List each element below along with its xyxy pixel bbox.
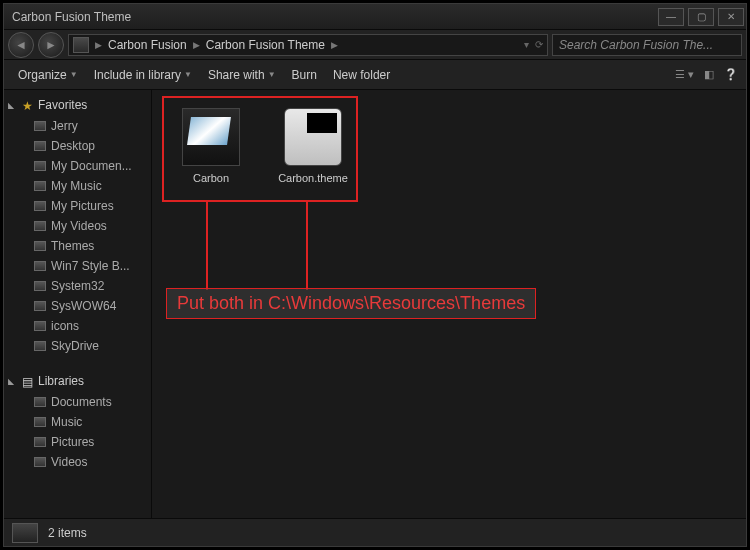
- sidebar-item[interactable]: Jerry: [4, 116, 151, 136]
- chevron-right-icon[interactable]: ▶: [93, 40, 104, 50]
- burn-button[interactable]: Burn: [286, 64, 323, 86]
- sidebar-item[interactable]: Videos: [4, 452, 151, 472]
- chevron-right-icon[interactable]: ▶: [191, 40, 202, 50]
- sidebar-item[interactable]: SkyDrive: [4, 336, 151, 356]
- sidebar-item[interactable]: Win7 Style B...: [4, 256, 151, 276]
- sidebar-group-favorites[interactable]: ◣ ★ Favorites: [4, 94, 151, 116]
- chevron-down-icon: ▼: [268, 70, 276, 79]
- sidebar-item-label: Jerry: [51, 119, 78, 133]
- titlebar: Carbon Fusion Theme — ▢ ✕: [4, 4, 746, 30]
- help-icon[interactable]: ❔: [724, 68, 738, 81]
- folder-icon: [34, 141, 46, 151]
- library-icon: [34, 457, 46, 467]
- sidebar-item-label: icons: [51, 319, 79, 333]
- status-bar: 2 items: [4, 518, 746, 546]
- sidebar-item-label: Videos: [51, 455, 87, 469]
- libraries-icon: ▤: [22, 375, 34, 387]
- sidebar-item[interactable]: System32: [4, 276, 151, 296]
- folder-icon: [34, 201, 46, 211]
- navigation-pane: ◣ ★ Favorites JerryDesktopMy Documen...M…: [4, 90, 152, 518]
- share-with-button[interactable]: Share with▼: [202, 64, 282, 86]
- sidebar-item[interactable]: My Documen...: [4, 156, 151, 176]
- folder-icon: [34, 281, 46, 291]
- include-in-library-button[interactable]: Include in library▼: [88, 64, 198, 86]
- file-item[interactable]: Carbon: [174, 108, 248, 184]
- library-icon: [34, 397, 46, 407]
- folder-icon: [34, 341, 46, 351]
- annotation-line: [306, 202, 308, 290]
- sidebar-item-label: Win7 Style B...: [51, 259, 130, 273]
- file-item[interactable]: Carbon.theme: [276, 108, 350, 184]
- sidebar-group-libraries[interactable]: ◣ ▤ Libraries: [4, 370, 151, 392]
- sidebar-item-label: My Videos: [51, 219, 107, 233]
- sidebar-item[interactable]: Themes: [4, 236, 151, 256]
- breadcrumb-segment[interactable]: Carbon Fusion: [104, 38, 191, 52]
- address-bar[interactable]: ▶ Carbon Fusion ▶ Carbon Fusion Theme ▶ …: [68, 34, 548, 56]
- sidebar-item[interactable]: Documents: [4, 392, 151, 412]
- body: ◣ ★ Favorites JerryDesktopMy Documen...M…: [4, 90, 746, 518]
- sidebar-item[interactable]: icons: [4, 316, 151, 336]
- organize-button[interactable]: Organize▼: [12, 64, 84, 86]
- file-label: Carbon.theme: [276, 172, 350, 184]
- annotation-label: Put both in C:\Windows\Resources\Themes: [166, 288, 536, 319]
- collapse-icon: ◣: [8, 101, 18, 110]
- folder-icon: [34, 121, 46, 131]
- search-input[interactable]: Search Carbon Fusion The...: [552, 34, 742, 56]
- folder-thumbnail-icon: [182, 108, 240, 166]
- sidebar-item-label: Themes: [51, 239, 94, 253]
- sidebar-item-label: Music: [51, 415, 82, 429]
- sidebar-item[interactable]: My Music: [4, 176, 151, 196]
- file-pane[interactable]: CarbonCarbon.theme Put both in C:\Window…: [152, 90, 746, 518]
- window-controls: — ▢ ✕: [656, 8, 746, 26]
- maximize-button[interactable]: ▢: [688, 8, 714, 26]
- forward-button[interactable]: ►: [38, 32, 64, 58]
- sidebar-item-label: Desktop: [51, 139, 95, 153]
- sidebar-item-label: My Pictures: [51, 199, 114, 213]
- sidebar-item-label: SysWOW64: [51, 299, 116, 313]
- address-row: ◄ ► ▶ Carbon Fusion ▶ Carbon Fusion Them…: [4, 30, 746, 60]
- sidebar-item[interactable]: Desktop: [4, 136, 151, 156]
- folder-icon: [34, 301, 46, 311]
- chevron-right-icon[interactable]: ▶: [329, 40, 340, 50]
- annotation-line: [206, 202, 208, 290]
- collapse-icon: ◣: [8, 377, 18, 386]
- explorer-window: Carbon Fusion Theme — ▢ ✕ ◄ ► ▶ Carbon F…: [3, 3, 747, 547]
- folder-icon: [34, 221, 46, 231]
- sidebar-item-label: My Documen...: [51, 159, 132, 173]
- back-button[interactable]: ◄: [8, 32, 34, 58]
- chevron-down-icon: ▼: [184, 70, 192, 79]
- new-folder-button[interactable]: New folder: [327, 64, 396, 86]
- sidebar-item[interactable]: SysWOW64: [4, 296, 151, 316]
- minimize-button[interactable]: —: [658, 8, 684, 26]
- file-label: Carbon: [174, 172, 248, 184]
- sidebar-item[interactable]: My Pictures: [4, 196, 151, 216]
- preview-pane-icon[interactable]: ◧: [704, 68, 714, 81]
- library-icon: [34, 437, 46, 447]
- sidebar-item[interactable]: My Videos: [4, 216, 151, 236]
- sidebar-item[interactable]: Music: [4, 412, 151, 432]
- folder-icon: [34, 261, 46, 271]
- folder-icon: [34, 181, 46, 191]
- close-button[interactable]: ✕: [718, 8, 744, 26]
- folder-icon: [34, 321, 46, 331]
- sidebar-item[interactable]: Pictures: [4, 432, 151, 452]
- folder-icon: [34, 161, 46, 171]
- folder-icon: [34, 241, 46, 251]
- sidebar-item-label: SkyDrive: [51, 339, 99, 353]
- window-title: Carbon Fusion Theme: [12, 10, 131, 24]
- command-bar: Organize▼ Include in library▼ Share with…: [4, 60, 746, 90]
- refresh-icon[interactable]: ⟳: [535, 39, 543, 50]
- sidebar-item-label: My Music: [51, 179, 102, 193]
- view-options-icon[interactable]: ☰ ▾: [675, 68, 694, 81]
- status-item-count: 2 items: [48, 526, 87, 540]
- sidebar-item-label: System32: [51, 279, 104, 293]
- folder-icon: [73, 37, 89, 53]
- theme-file-icon: [284, 108, 342, 166]
- status-icon: [12, 523, 38, 543]
- breadcrumb-segment[interactable]: Carbon Fusion Theme: [202, 38, 329, 52]
- address-dropdown-icon[interactable]: ▾: [524, 39, 529, 50]
- sidebar-item-label: Documents: [51, 395, 112, 409]
- library-icon: [34, 417, 46, 427]
- chevron-down-icon: ▼: [70, 70, 78, 79]
- star-icon: ★: [22, 99, 34, 111]
